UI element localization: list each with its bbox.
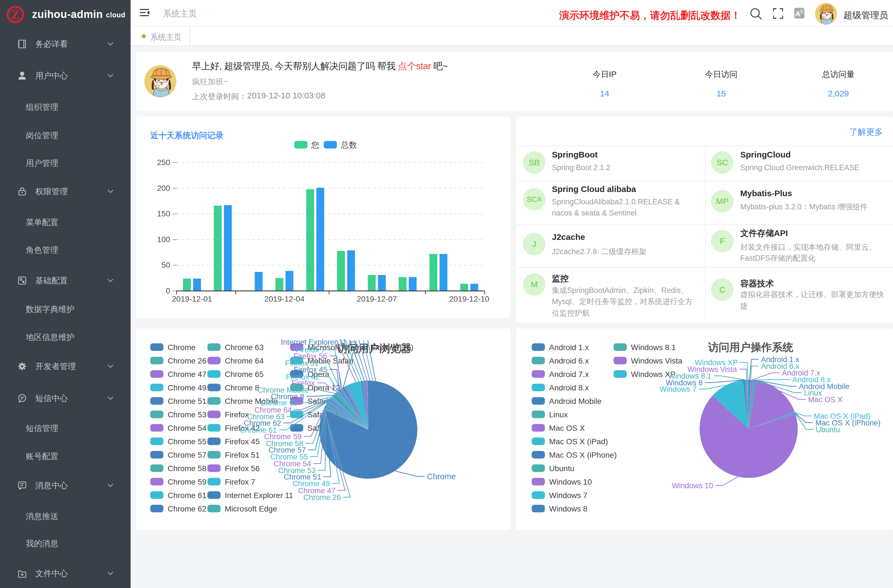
svg-text:Chrome 64: Chrome 64 — [225, 356, 264, 365]
svg-text:Mac OS X (iPad): Mac OS X (iPad) — [549, 437, 608, 446]
svg-text:2019-12-04: 2019-12-04 — [264, 295, 304, 303]
svg-text:Chrome 49: Chrome 49 — [168, 383, 207, 392]
svg-text:Chrome 58: Chrome 58 — [168, 464, 207, 473]
svg-text:0: 0 — [165, 286, 170, 295]
svg-text:Chrome 47: Chrome 47 — [168, 370, 207, 379]
svg-text:200: 200 — [157, 184, 170, 192]
svg-text:Ubuntu: Ubuntu — [816, 426, 840, 434]
svg-text:Firefox: Firefox — [225, 410, 249, 419]
svg-text:Windows 10: Windows 10 — [672, 481, 713, 490]
svg-text:2019-12-10: 2019-12-10 — [449, 295, 489, 303]
svg-text:2019-12-01: 2019-12-01 — [172, 295, 212, 303]
svg-text:Z: Z — [11, 8, 20, 22]
svg-text:Android 7.x: Android 7.x — [549, 370, 589, 379]
svg-text:Firefox 7: Firefox 7 — [225, 478, 256, 486]
svg-text:Mac OS X: Mac OS X — [549, 424, 585, 432]
svg-text:Android Mobile: Android Mobile — [549, 397, 601, 406]
svg-text:Ubuntu: Ubuntu — [549, 464, 574, 473]
svg-text:Chrome 59: Chrome 59 — [168, 478, 207, 486]
svg-text:Linux: Linux — [549, 410, 568, 419]
svg-text:Internet Explorer 11: Internet Explorer 11 — [281, 338, 347, 346]
svg-text:Chrome 53: Chrome 53 — [168, 410, 207, 419]
svg-text:Windows 7: Windows 7 — [549, 491, 588, 500]
svg-text:Android 8.x: Android 8.x — [549, 383, 589, 392]
svg-text:Microsoft Edge: Microsoft Edge — [225, 504, 277, 513]
svg-text:Chrome 26: Chrome 26 — [303, 493, 341, 502]
svg-text:您: 您 — [311, 140, 319, 149]
svg-text:250: 250 — [157, 158, 170, 167]
svg-text:50: 50 — [161, 261, 170, 269]
svg-text:Chrome 26: Chrome 26 — [168, 356, 207, 365]
svg-text:Firefox 45: Firefox 45 — [225, 437, 260, 446]
svg-text:Windows 7: Windows 7 — [660, 385, 696, 394]
svg-text:Chrome 54: Chrome 54 — [168, 424, 207, 432]
svg-text:Windows Vista: Windows Vista — [631, 356, 683, 365]
svg-text:Firefox 51: Firefox 51 — [225, 451, 260, 459]
svg-text:Mac OS X (iPhone): Mac OS X (iPhone) — [549, 451, 616, 459]
svg-text:Chrome 55: Chrome 55 — [168, 437, 207, 446]
svg-text:Android 6.x: Android 6.x — [549, 356, 589, 365]
svg-text:Mac OS X: Mac OS X — [808, 396, 843, 404]
svg-text:Windows 8: Windows 8 — [549, 504, 588, 513]
svg-text:Chrome 51: Chrome 51 — [168, 397, 207, 406]
svg-text:Chrome 63: Chrome 63 — [225, 343, 264, 352]
svg-text:Chrome 8: Chrome 8 — [225, 383, 259, 392]
svg-text:100: 100 — [157, 235, 170, 244]
svg-text:Chrome 61: Chrome 61 — [168, 491, 207, 500]
svg-text:Chrome 62: Chrome 62 — [168, 504, 207, 513]
svg-text:Windows 10: Windows 10 — [549, 478, 592, 486]
svg-text:Firefox 56: Firefox 56 — [225, 464, 260, 473]
svg-text:Chrome 57: Chrome 57 — [168, 451, 207, 459]
svg-text:Android 1.x: Android 1.x — [549, 343, 589, 352]
svg-text:Chrome 65: Chrome 65 — [225, 370, 264, 379]
svg-text:Chrome: Chrome — [168, 343, 195, 352]
svg-text:150: 150 — [157, 209, 170, 218]
svg-text:Chrome: Chrome — [427, 472, 456, 481]
svg-text:总数: 总数 — [341, 140, 357, 149]
svg-text:Internet Explorer 11: Internet Explorer 11 — [225, 491, 293, 500]
svg-text:访问用户操作系统: 访问用户操作系统 — [708, 341, 794, 353]
svg-text:Windows 8.1: Windows 8.1 — [631, 343, 676, 352]
svg-text:2019-12-07: 2019-12-07 — [357, 295, 397, 303]
